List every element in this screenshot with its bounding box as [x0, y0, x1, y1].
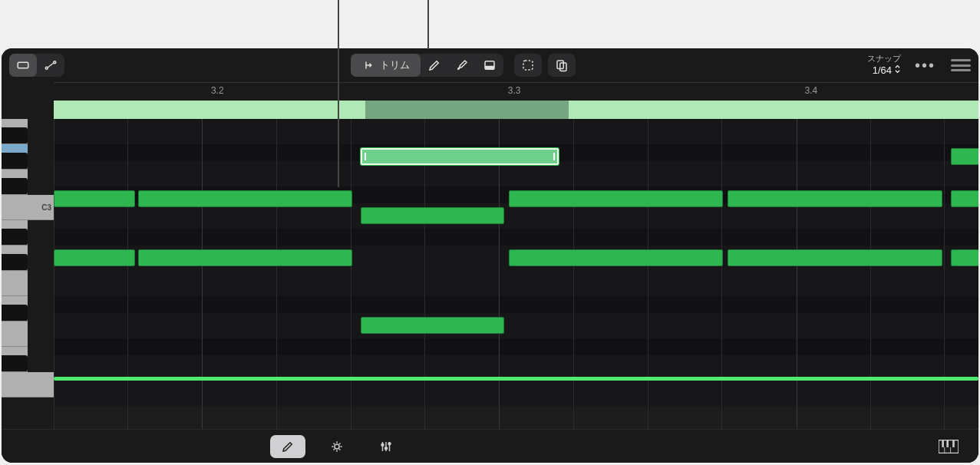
velocity-panel-icon [483, 58, 497, 72]
chevron-up-down-icon [894, 64, 901, 78]
piano-roll-editor: トリム [2, 48, 978, 463]
grid-row [54, 271, 978, 296]
trim-tool-button[interactable]: トリム [351, 54, 421, 77]
note-grid[interactable] [54, 119, 978, 429]
grid-line [499, 119, 500, 429]
snap-value: 1/64 [873, 64, 892, 77]
svg-point-8 [335, 444, 339, 449]
velocity-tool-button[interactable] [476, 54, 503, 77]
grid-row [54, 119, 978, 144]
midi-note[interactable] [138, 249, 353, 266]
grid-line [721, 119, 722, 429]
midi-note[interactable] [54, 377, 978, 381]
midi-note[interactable] [509, 190, 724, 207]
trim-icon [361, 58, 375, 72]
svg-point-1 [45, 67, 48, 69]
piano-black-key[interactable] [2, 127, 28, 144]
piano-black-key[interactable] [2, 229, 28, 246]
grid-line [276, 119, 277, 429]
midi-note-selected[interactable] [361, 148, 559, 165]
piano-black-key[interactable] [2, 254, 28, 271]
midi-note[interactable] [951, 249, 978, 266]
trim-tool-label: トリム [380, 58, 410, 72]
brush-icon [455, 58, 469, 72]
piano-black-key[interactable] [2, 153, 28, 170]
midi-note[interactable] [54, 249, 135, 266]
more-icon: ••• [910, 57, 940, 74]
midi-note[interactable] [138, 190, 353, 207]
svg-rect-0 [18, 62, 28, 68]
automation-curve-icon [44, 58, 58, 72]
edit-pencil-icon [281, 440, 295, 453]
editor-toolbar: トリム [2, 48, 978, 82]
ruler-tick-label: 3.3 [508, 85, 521, 96]
ruler-tick-label: 3.2 [211, 85, 224, 96]
grid-line [127, 119, 128, 429]
note-grid-area: C3 [2, 119, 978, 429]
mixer-sliders-icon [379, 440, 393, 453]
grid-row [54, 381, 978, 406]
marquee-select-button[interactable] [514, 54, 542, 77]
piano-white-key[interactable]: C3 [2, 195, 54, 220]
marquee-select-icon [521, 58, 535, 72]
svg-rect-4 [485, 66, 494, 70]
midi-note[interactable] [951, 190, 978, 207]
svg-point-11 [388, 442, 391, 444]
svg-rect-15 [952, 440, 955, 447]
edit-mode-button[interactable] [270, 435, 305, 458]
grid-line [202, 119, 203, 429]
midi-note[interactable] [54, 190, 135, 207]
grid-line [648, 119, 648, 429]
region-overview[interactable] [54, 101, 978, 119]
playhead-options-icon [330, 440, 344, 453]
view-rect-icon [16, 58, 30, 72]
grid-row [54, 313, 978, 338]
pencil-icon [427, 58, 441, 72]
midi-note[interactable] [509, 249, 724, 266]
grab-handle-icon [951, 59, 971, 61]
midi-note[interactable] [728, 190, 942, 207]
piano-white-key[interactable] [2, 271, 28, 296]
svg-rect-13 [942, 440, 944, 447]
piano-key-label: C3 [41, 203, 51, 212]
svg-rect-5 [523, 61, 533, 70]
region-loop-indicator [365, 101, 569, 119]
copy-regions-icon [555, 58, 569, 72]
midi-note[interactable] [728, 249, 942, 266]
piano-black-key[interactable] [2, 355, 28, 372]
copy-button[interactable] [548, 54, 576, 77]
piano-black-key[interactable] [2, 178, 28, 195]
piano-white-key[interactable] [2, 372, 54, 397]
mixer-button[interactable] [368, 435, 404, 458]
notes-view-button[interactable] [9, 54, 37, 77]
grid-line [870, 119, 871, 429]
automation-view-button[interactable] [37, 54, 64, 77]
drag-handle[interactable] [951, 59, 971, 71]
grid-line [797, 119, 797, 429]
ruler-tick-label: 3.4 [805, 85, 818, 96]
playhead-mode-button[interactable] [319, 435, 355, 458]
musical-keyboard-button[interactable] [931, 435, 966, 458]
svg-rect-14 [946, 440, 949, 447]
grid-line [54, 119, 54, 429]
bottom-toolbar [2, 429, 978, 463]
midi-note[interactable] [361, 317, 504, 334]
grid-line [351, 119, 351, 429]
svg-point-9 [381, 444, 384, 446]
piano-keyboard[interactable]: C3 [2, 119, 54, 429]
midi-note[interactable] [951, 148, 978, 165]
grid-line [424, 119, 425, 429]
grid-line [573, 119, 574, 429]
pencil-tool-button[interactable] [421, 54, 448, 77]
piano-black-key[interactable] [2, 305, 28, 322]
brush-tool-button[interactable] [448, 54, 476, 77]
snap-setting[interactable]: スナップ 1/64 [867, 54, 904, 78]
snap-label: スナップ [867, 54, 901, 64]
time-ruler[interactable]: 3.23.33.4 [54, 82, 978, 101]
grid-line [944, 119, 945, 429]
midi-note[interactable] [361, 207, 504, 224]
svg-point-10 [385, 447, 388, 449]
more-menu-button[interactable]: ••• [910, 54, 940, 77]
piano-white-key[interactable] [2, 322, 28, 347]
musical-keyboard-icon [939, 440, 959, 453]
